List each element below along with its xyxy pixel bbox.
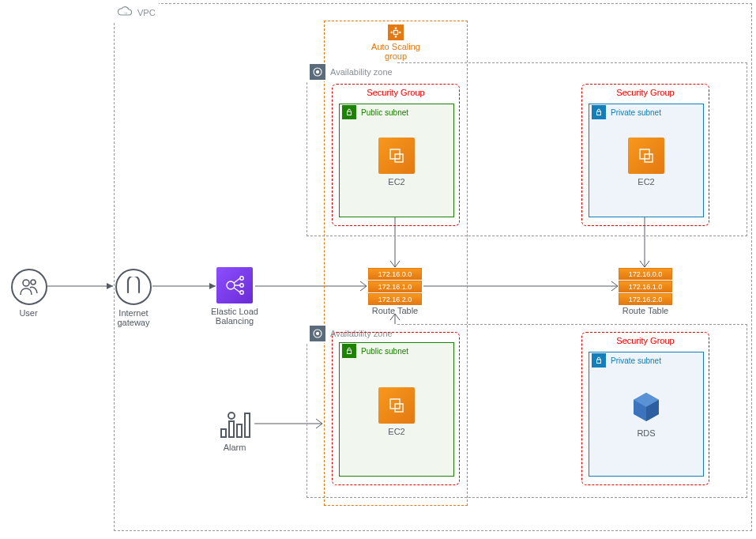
elb-node: Elastic Load Balancing: [216, 267, 262, 326]
svg-point-12: [227, 281, 235, 289]
private-subnet-label: Private subnet: [611, 356, 661, 365]
security-group-top-right: Security Group Private subnet EC2: [581, 84, 709, 226]
route-entry: 172.16.1.0: [619, 281, 672, 292]
asg-label: Auto Scaling group: [360, 42, 431, 61]
svg-rect-35: [348, 350, 352, 354]
security-group-top-left: Security Group Public subnet EC2: [332, 84, 460, 226]
rds-icon: [628, 389, 664, 425]
igw-label: Internet gateway: [115, 308, 152, 327]
igw-node: Internet gateway: [115, 269, 152, 327]
svg-rect-37: [395, 404, 403, 412]
public-subnet-top: Public subnet EC2: [339, 104, 454, 217]
svg-rect-24: [394, 31, 398, 35]
ec2-label: EC2: [628, 177, 664, 187]
lock-icon: [592, 105, 606, 119]
elb-label: Elastic Load Balancing: [207, 307, 262, 326]
svg-rect-38: [597, 360, 601, 364]
lock-icon: [342, 105, 356, 119]
private-subnet-label: Private subnet: [611, 108, 661, 117]
svg-point-14: [240, 284, 243, 287]
route-entry: 172.16.1.0: [368, 281, 422, 292]
users-icon: [11, 269, 47, 305]
ec2-node: EC2: [378, 138, 415, 187]
auto-scaling-group-icon: [388, 24, 404, 40]
az-label: Availability zone: [330, 67, 393, 77]
ec2-icon: [628, 138, 664, 174]
elastic-load-balancing-icon: [216, 267, 253, 303]
lock-icon: [592, 353, 606, 368]
ec2-node: EC2: [378, 387, 415, 436]
svg-rect-22: [237, 424, 242, 437]
ec2-icon: [378, 387, 415, 424]
ec2-label: EC2: [378, 177, 415, 187]
ec2-icon: [378, 138, 415, 174]
rds-label: RDS: [628, 428, 664, 438]
vpc-icon: [117, 5, 133, 21]
lock-icon: [342, 344, 356, 358]
security-group-bottom-left: Public subnet EC2: [332, 332, 460, 485]
alarm-node: Alarm: [218, 408, 251, 452]
ec2-node: EC2: [628, 138, 664, 187]
svg-point-15: [240, 291, 243, 294]
private-subnet-top: Private subnet EC2: [589, 104, 704, 217]
alarm-icon: [218, 408, 251, 441]
vpc-label: VPC: [137, 8, 156, 17]
svg-point-26: [316, 70, 318, 73]
route-table-label: Route Table: [368, 306, 422, 315]
route-entry: 172.16.0.0: [368, 268, 422, 280]
availability-zone-icon: [310, 64, 325, 80]
internet-gateway-icon: [115, 269, 152, 305]
route-entry: 172.16.0.0: [619, 268, 672, 280]
svg-rect-31: [395, 154, 403, 162]
svg-point-21: [228, 413, 235, 419]
svg-rect-23: [245, 413, 250, 437]
svg-rect-20: [229, 421, 234, 437]
private-subnet-bottom: Private subnet RDS: [589, 352, 704, 477]
public-subnet-label: Public subnet: [361, 108, 408, 117]
user-label: User: [11, 308, 46, 318]
public-subnet-bottom: Public subnet EC2: [339, 342, 454, 477]
route-entry: 172.16.2.0: [368, 293, 422, 305]
svg-point-11: [31, 280, 36, 285]
route-entry: 172.16.2.0: [619, 293, 672, 305]
ec2-label: EC2: [378, 427, 415, 436]
sg-label: Security Group: [333, 88, 459, 97]
sg-label: Security Group: [582, 88, 709, 97]
svg-line-16: [234, 278, 240, 283]
svg-rect-29: [348, 111, 352, 115]
route-table-right: 172.16.0.0 172.16.1.0 172.16.2.0 Route T…: [619, 268, 672, 315]
route-table-label: Route Table: [619, 306, 672, 315]
alarm-label: Alarm: [218, 443, 251, 452]
svg-point-28: [316, 332, 318, 334]
svg-rect-34: [645, 154, 653, 162]
public-subnet-label: Public subnet: [361, 347, 408, 356]
svg-point-10: [23, 280, 29, 286]
svg-line-18: [234, 288, 240, 292]
svg-marker-1: [107, 283, 113, 289]
route-table-left: 172.16.0.0 172.16.1.0 172.16.2.0 Route T…: [368, 268, 422, 315]
availability-zone-icon: [310, 326, 325, 341]
svg-point-13: [240, 277, 243, 280]
sg-label: Security Group: [582, 336, 709, 345]
svg-rect-32: [597, 111, 601, 115]
rds-node: RDS: [628, 389, 664, 438]
user-node: User: [11, 269, 47, 318]
security-group-bottom-right: Security Group Private subnet RDS: [581, 332, 709, 485]
svg-rect-19: [221, 429, 226, 437]
